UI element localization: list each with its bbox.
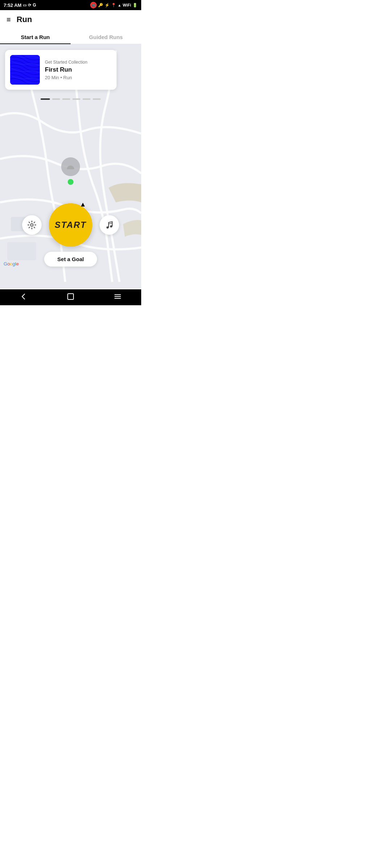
start-button-label: START [55,220,87,230]
wifi-icon: WiFi [123,3,131,7]
dot-1[interactable] [41,98,50,100]
svg-point-4 [31,224,33,226]
card-meta: 20 Min • Run [45,75,112,80]
card-title: First Run [45,66,112,73]
card-collection: Get Started Collection [45,60,112,65]
video-icon: ▭ [23,3,26,8]
dot-3[interactable] [62,98,70,100]
location-avatar [61,157,80,176]
main-content: Get Started Collection First Run 20 Min … [0,44,141,288]
sim-icon: ⟳ [28,3,31,8]
carousel-dots [0,98,141,100]
status-time: 7:52 AM [4,3,21,8]
tab-start-a-run[interactable]: Start a Run [0,29,71,44]
dot-5[interactable] [83,98,91,100]
dot-4[interactable] [72,98,80,100]
location-icon: 📍 [111,3,116,8]
bottom-controls: START Set a Goal [0,203,141,267]
tab-bar: Start a Run Guided Runs [0,29,141,44]
key-icon: 🔑 [98,3,103,8]
start-button[interactable]: START [49,203,92,247]
menu-nav-button[interactable] [106,290,129,305]
featured-card-area: Get Started Collection First Run 20 Min … [0,50,141,90]
action-row: START [22,203,119,247]
set-goal-button[interactable]: Set a Goal [44,252,97,267]
bluetooth-icon: ⚡ [105,3,110,8]
home-button[interactable] [59,290,82,305]
location-marker [61,157,80,185]
grammarly-icon: G [33,3,36,8]
app-header: ≡ Run [0,10,141,29]
back-button[interactable] [12,290,35,305]
bottom-nav [0,289,141,305]
menu-button[interactable]: ≡ [7,16,11,23]
battery-icon: 🔋 [133,3,138,8]
dot-2[interactable] [52,98,60,100]
dot-6[interactable] [93,98,101,100]
card-info: Get Started Collection First Run 20 Min … [45,60,112,80]
featured-card[interactable]: Get Started Collection First Run 20 Min … [5,50,117,90]
music-button[interactable] [100,215,119,235]
status-bar: 7:52 AM ▭ ⟳ G 📹 🔑 ⚡ 📍 ▲ WiFi 🔋 [0,0,141,10]
settings-button[interactable] [22,215,42,235]
recording-icon: 📹 [90,2,97,8]
svg-rect-7 [68,294,73,299]
card-thumbnail [10,55,40,85]
signal-icon: ▲ [118,3,121,7]
page-title: Run [17,15,32,24]
gps-dot [68,179,73,185]
tab-guided-runs[interactable]: Guided Runs [71,29,141,44]
